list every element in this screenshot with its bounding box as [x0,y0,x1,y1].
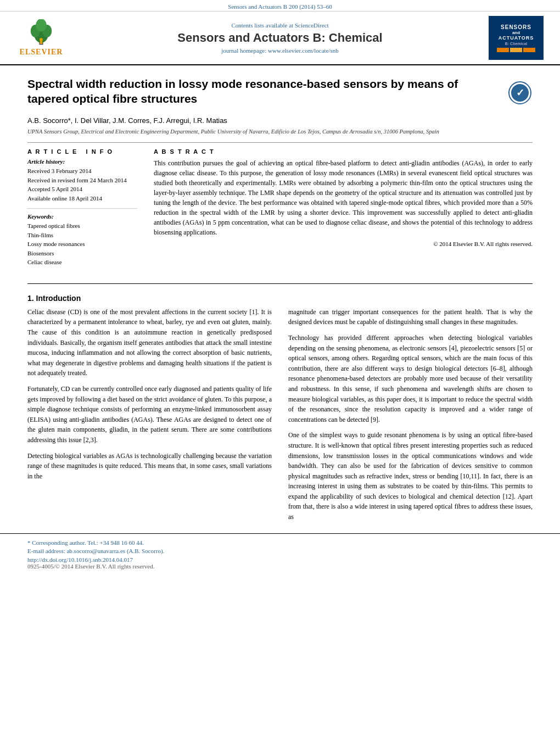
keyword-2: Thin-films [27,231,137,240]
keyword-1: Tapered optical fibres [27,221,137,231]
info-divider [27,208,137,209]
article-info-heading: A R T I C L E I N F O [27,148,137,155]
main-divider [27,283,533,284]
article-info: A R T I C L E I N F O Article history: R… [27,148,137,272]
journal-title-center: Contents lists available at ScienceDirec… [71,22,489,54]
intro-heading: 1. Introduction [27,294,533,303]
footnote-corresponding: * Corresponding author. Tel.: +34 948 16… [27,539,533,546]
intro-para-r1: magnitude can trigger important conseque… [288,307,533,327]
article-body: Spectral width reduction in lossy mode r… [0,65,560,283]
abstract-section: A B S T R A C T This contribution pursue… [154,148,533,272]
accepted-date: Accepted 5 April 2014 [27,185,137,194]
sensors-actuators-logo: SENSORS and ACTUATORS B: Chemical [489,16,544,60]
issn-line: 0925-4005/© 2014 Elsevier B.V. All right… [27,563,533,570]
abstract-heading: A B S T R A C T [154,148,533,155]
available-date: Available online 18 April 2014 [27,194,137,203]
received-date: Received 3 February 2014 [27,166,137,176]
doi-line[interactable]: http://dx.doi.org/10.1016/j.snb.2014.04.… [27,556,533,563]
contents-line: Contents lists available at ScienceDirec… [71,22,489,29]
journal-ref-bar: Sensors and Actuators B 200 (2014) 53–60 [0,0,560,11]
intro-para-1: Celiac disease (CD) is one of the most p… [27,307,272,378]
footnote-email: E-mail address: ab.socorro@unavarra.es (… [27,548,533,554]
sensors-logo-sub: B: Chemical [505,42,527,46]
keyword-4: Biosensors [27,249,137,258]
sensors-logo-line2: ACTUATORS [499,35,534,41]
keywords-heading: Keywords: [27,213,137,220]
keyword-5: Celiac disease [27,258,137,267]
intro-col-right: magnitude can trigger important conseque… [288,307,533,528]
sensors-logo-and: and [512,30,520,35]
elsevier-tree-icon [25,19,58,47]
journal-homepage: journal homepage: www.elsevier.com/locat… [71,47,489,54]
crossmark-icon: ✓ [508,81,533,105]
info-abstract-row: A R T I C L E I N F O Article history: R… [27,148,533,272]
svg-text:✓: ✓ [516,87,524,98]
copyright: © 2014 Elsevier B.V. All rights reserved… [154,241,533,247]
journal-main-title: Sensors and Actuators B: Chemical [71,31,489,45]
affiliation: UPNA Sensors Group, Electrical and Elect… [27,128,533,136]
intro-para-r2: Technology has provided different approa… [288,333,533,425]
intro-para-3: Detecting biological variables as AGAs i… [27,451,272,482]
journal-header: ELSEVIER Contents lists available at Sci… [0,11,560,65]
keyword-3: Lossy mode resonances [27,239,137,249]
abstract-text: This contribution pursues the goal of ac… [154,158,533,237]
intro-col-left: Celiac disease (CD) is one of the most p… [27,307,272,528]
authors: A.B. Socorro*, I. Del Villar, J.M. Corre… [27,116,533,125]
intro-columns: Celiac disease (CD) is one of the most p… [27,307,533,528]
footnotes: * Corresponding author. Tel.: +34 948 16… [0,533,560,570]
divider-1 [27,142,533,143]
article-title: Spectral width reduction in lossy mode r… [27,76,508,107]
svg-rect-6 [40,41,42,44]
article-history: Article history: Received 3 February 201… [27,158,137,203]
article-title-section: Spectral width reduction in lossy mode r… [27,76,533,111]
intro-para-r3: One of the simplest ways to guide resona… [288,430,533,522]
svg-point-4 [36,19,47,31]
main-content: 1. Introduction Celiac disease (CD) is o… [0,294,560,528]
keywords-section: Keywords: Tapered optical fibres Thin-fi… [27,213,137,267]
elsevier-label: ELSEVIER [20,48,63,57]
revised-date: Received in revised form 24 March 2014 [27,176,137,185]
history-heading: Article history: [27,158,137,165]
elsevier-logo: ELSEVIER [11,19,71,57]
sensors-logo-line1: SENSORS [501,24,531,30]
intro-para-2: Fortunately, CD can be currently control… [27,384,272,445]
svg-point-5 [40,38,43,41]
